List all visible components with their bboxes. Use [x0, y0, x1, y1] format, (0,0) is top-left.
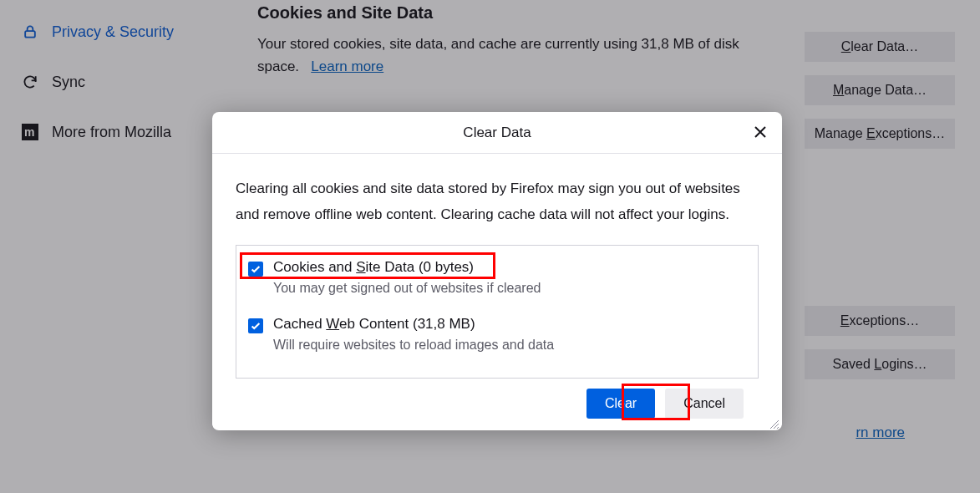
resize-handle-icon[interactable] — [769, 419, 779, 429]
dialog-title: Clear Data — [463, 125, 531, 141]
cancel-button[interactable]: Cancel — [665, 389, 744, 419]
clear-button[interactable]: Clear — [586, 389, 655, 419]
option-label: Cached Web Content (31,8 MB) — [273, 316, 554, 333]
dialog-description: Clearing all cookies and site data store… — [236, 175, 759, 228]
option-hint: You may get signed out of websites if cl… — [273, 281, 541, 296]
option-label: Cookies and Site Data (0 bytes) — [273, 259, 541, 276]
option-cookies[interactable]: Cookies and Site Data (0 bytes) You may … — [248, 259, 746, 296]
checkbox-cookies[interactable] — [248, 262, 263, 277]
options-group: Cookies and Site Data (0 bytes) You may … — [236, 245, 759, 379]
close-icon[interactable] — [752, 124, 769, 140]
option-cache[interactable]: Cached Web Content (31,8 MB) Will requir… — [248, 316, 746, 353]
clear-data-dialog: Clear Data Clearing all cookies and site… — [212, 112, 782, 430]
checkbox-cache[interactable] — [248, 318, 263, 333]
option-hint: Will require websites to reload images a… — [273, 338, 554, 353]
